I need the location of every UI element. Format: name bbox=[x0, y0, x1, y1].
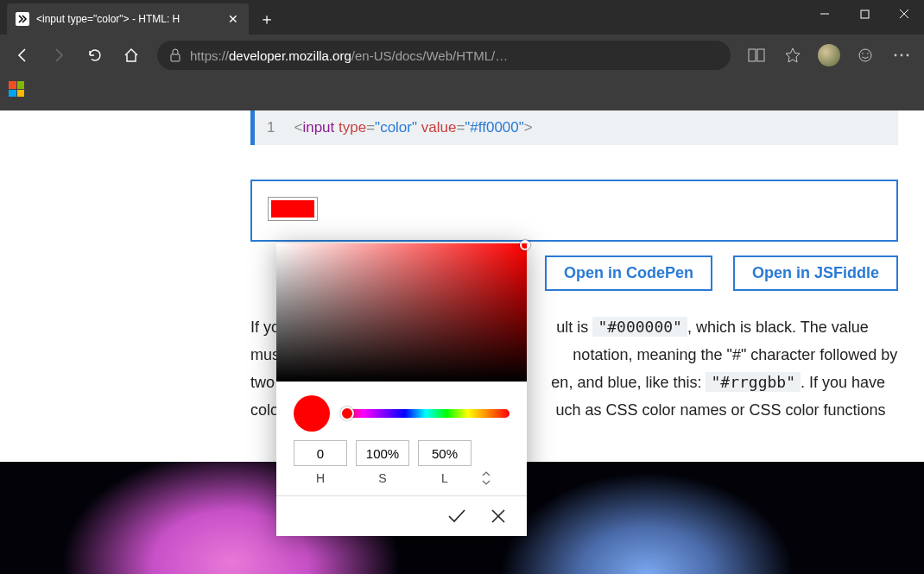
saturation-value-area[interactable] bbox=[276, 243, 527, 382]
code-content: <input type="color" value="#ff0000"> bbox=[294, 119, 532, 136]
hue-thumb[interactable] bbox=[340, 407, 354, 420]
code-inline: "#rrggbb" bbox=[706, 372, 801, 392]
svg-rect-5 bbox=[749, 49, 756, 61]
hue-label: H bbox=[294, 471, 347, 485]
avatar bbox=[818, 44, 840, 66]
lightness-label: L bbox=[418, 471, 471, 485]
svg-point-8 bbox=[862, 53, 864, 54]
minimize-icon[interactable] bbox=[805, 0, 845, 28]
svg-rect-1 bbox=[861, 10, 869, 18]
feedback-icon[interactable] bbox=[848, 38, 883, 73]
lock-icon bbox=[169, 48, 181, 62]
menu-icon[interactable] bbox=[884, 38, 919, 73]
tab-title: <input type="color"> - HTML: H bbox=[36, 13, 218, 25]
saturation-input[interactable] bbox=[356, 440, 409, 466]
line-number: 1 bbox=[267, 119, 275, 136]
open-jsfiddle-button[interactable]: Open in JSFiddle bbox=[733, 255, 898, 291]
color-picker-popup: H S L bbox=[276, 243, 527, 536]
back-button[interactable] bbox=[5, 38, 40, 73]
page-content: 1 <input type="color" value="#ff0000"> O… bbox=[0, 110, 924, 574]
confirm-icon[interactable] bbox=[447, 508, 466, 524]
svg-point-10 bbox=[895, 54, 897, 57]
live-demo-box bbox=[250, 180, 898, 242]
window-controls bbox=[805, 0, 924, 28]
color-swatch bbox=[271, 200, 314, 218]
maximize-icon[interactable] bbox=[845, 0, 884, 28]
hue-slider[interactable] bbox=[342, 409, 509, 418]
browser-toolbar: https://developer.mozilla.org/en-US/docs… bbox=[0, 35, 924, 76]
svg-point-11 bbox=[901, 54, 903, 57]
open-codepen-button[interactable]: Open in CodePen bbox=[545, 255, 712, 291]
tab-close-icon[interactable]: ✕ bbox=[225, 10, 242, 28]
favorite-icon[interactable] bbox=[775, 38, 810, 73]
svg-rect-6 bbox=[757, 49, 764, 61]
svg-rect-4 bbox=[171, 54, 180, 61]
favorites-bar bbox=[0, 76, 924, 110]
profile-button[interactable] bbox=[812, 38, 846, 73]
address-bar[interactable]: https://developer.mozilla.org/en-US/docs… bbox=[157, 41, 731, 70]
browser-tab[interactable]: <input type="color"> - HTML: H ✕ bbox=[7, 3, 249, 35]
reading-list-icon[interactable] bbox=[739, 38, 774, 73]
color-preview bbox=[294, 395, 330, 432]
new-tab-button[interactable]: ＋ bbox=[249, 0, 285, 38]
forward-button[interactable] bbox=[41, 38, 76, 73]
color-mode-toggle[interactable] bbox=[480, 471, 492, 485]
code-inline: "#000000" bbox=[592, 317, 687, 337]
svg-point-9 bbox=[867, 53, 869, 54]
cancel-icon[interactable] bbox=[490, 508, 506, 524]
saturation-label: S bbox=[356, 471, 409, 485]
close-icon[interactable] bbox=[884, 0, 924, 28]
home-button[interactable] bbox=[114, 38, 149, 73]
microsoft-logo-icon[interactable] bbox=[9, 81, 24, 97]
hue-input[interactable] bbox=[294, 440, 347, 466]
sv-cursor[interactable] bbox=[520, 240, 530, 250]
titlebar: <input type="color"> - HTML: H ✕ ＋ bbox=[0, 0, 924, 35]
refresh-button[interactable] bbox=[78, 38, 112, 73]
favicon-icon bbox=[16, 12, 29, 26]
svg-point-12 bbox=[907, 54, 909, 57]
code-example: 1 <input type="color" value="#ff0000"> bbox=[250, 110, 898, 145]
color-input[interactable] bbox=[268, 197, 318, 221]
url-text: https://developer.mozilla.org/en-US/docs… bbox=[190, 48, 508, 63]
lightness-input[interactable] bbox=[418, 440, 471, 466]
svg-point-7 bbox=[859, 49, 871, 61]
